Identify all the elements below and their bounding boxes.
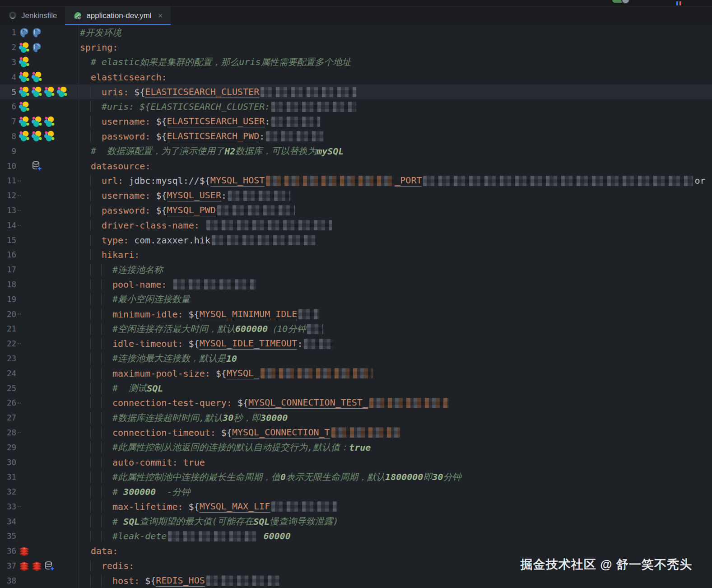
code-text[interactable]: idle-timeout: ${MYSQL_IDLE_TIMEOUT: — [79, 338, 712, 350]
code-line[interactable]: 14driver-class-name: — [0, 218, 712, 233]
code-line[interactable]: 4elasticsearch: — [0, 70, 712, 84]
code-text[interactable]: type: com.zaxxer.hik — [79, 235, 712, 246]
code-line[interactable]: 22idle-timeout: ${MYSQL_IDLE_TIMEOUT: — [0, 336, 712, 351]
elasticsearch-icon[interactable] — [31, 116, 42, 127]
code-text[interactable]: datasource: — [79, 161, 712, 172]
elasticsearch-icon[interactable] — [19, 42, 30, 53]
code-text[interactable]: # 数据源配置，为了演示使用了H2数据库，可以替换为mySQL — [79, 145, 712, 157]
postgresql-icon[interactable] — [19, 27, 30, 38]
postgresql-icon[interactable] — [31, 27, 42, 38]
settings-gear-icon[interactable] — [621, 0, 630, 4]
code-text[interactable]: elasticsearch: — [79, 72, 712, 83]
elasticsearch-icon[interactable] — [19, 116, 30, 127]
code-text[interactable]: connection-timeout: ${MYSQL_CONNECTION_T — [79, 427, 712, 439]
code-line[interactable]: 26connection-test-query: ${MYSQL_CONNECT… — [0, 396, 712, 411]
code-line[interactable]: 18pool-name: — [0, 277, 712, 292]
code-text[interactable]: hikari: — [79, 249, 712, 260]
code-line[interactable]: 30auto-commit: true — [0, 455, 712, 470]
database-add-icon[interactable] — [31, 160, 42, 172]
code-line[interactable]: 19#最小空闲连接数量 — [0, 292, 712, 307]
code-text[interactable]: username: ${MYSQL_USER: — [79, 190, 712, 201]
code-text[interactable]: auto-commit: true — [79, 457, 712, 468]
code-line[interactable]: 28connection-timeout: ${MYSQL_CONNECTION… — [0, 425, 712, 440]
code-text[interactable]: driver-class-name: — [79, 220, 712, 231]
elasticsearch-icon[interactable] — [19, 131, 30, 142]
elasticsearch-icon[interactable] — [44, 116, 55, 127]
code-line[interactable]: 16hikari: — [0, 247, 712, 262]
code-text[interactable]: #数据库连接超时时间,默认30秒，即30000 — [79, 412, 712, 424]
code-line[interactable]: 33max-lifetime: ${MYSQL_MAX_LIF — [0, 499, 712, 514]
code-text[interactable]: #leak-dete 60000 — [79, 531, 712, 541]
code-text[interactable]: #空闲连接存活最大时间，默认600000（10分钟 — [79, 323, 712, 335]
elasticsearch-icon[interactable] — [19, 101, 30, 112]
code-text[interactable]: #最小空闲连接数量 — [79, 293, 712, 305]
code-text[interactable]: # 300000 -分钟 — [79, 486, 712, 498]
code-line[interactable]: 31#此属性控制池中连接的最长生命周期，值0表示无限生命周期，默认1800000… — [0, 470, 712, 485]
elasticsearch-icon[interactable] — [19, 86, 30, 98]
redis-icon[interactable] — [31, 560, 42, 572]
code-line[interactable]: 17#连接池名称 — [0, 262, 712, 277]
postgresql-icon[interactable] — [31, 42, 42, 53]
code-text[interactable]: password: ${MYSQL_PWD — [79, 205, 712, 216]
code-line[interactable]: 27#数据库连接超时时间,默认30秒，即30000 — [0, 411, 712, 425]
close-tab-icon[interactable]: × — [158, 11, 163, 21]
code-line[interactable]: 8password: ${ELASTICSEARCH_PWD: — [0, 129, 712, 144]
toolbar-partial-icons[interactable] — [676, 0, 683, 6]
code-text[interactable]: max-lifetime: ${MYSQL_MAX_LIF — [79, 501, 712, 513]
code-text[interactable]: connection-test-query: ${MYSQL_CONNECTIO… — [79, 397, 712, 409]
code-line[interactable]: 13password: ${MYSQL_PWD — [0, 203, 712, 218]
elasticsearch-icon[interactable] — [31, 71, 42, 83]
code-line[interactable]: 29#此属性控制从池返回的连接的默认自动提交行为,默认值：true — [0, 440, 712, 455]
code-line[interactable]: 12username: ${MYSQL_USER: — [0, 188, 712, 203]
code-text[interactable]: url: jdbc:mysql://${MYSQL_HOST_PORTor — [79, 175, 712, 187]
elasticsearch-icon[interactable] — [56, 86, 68, 98]
code-text[interactable]: host: ${REDIS_HOS — [79, 575, 712, 587]
code-text[interactable]: uris: ${ELASTICSEARCH_CLUSTER — [79, 86, 712, 98]
elasticsearch-icon[interactable] — [44, 86, 55, 98]
code-text[interactable]: pool-name: — [79, 279, 712, 290]
code-text[interactable]: #uris: ${ELASTICSEARCH_CLUSTER: — [79, 101, 712, 112]
code-line[interactable]: 5uris: ${ELASTICSEARCH_CLUSTER — [0, 84, 712, 99]
code-text[interactable]: data: — [79, 546, 712, 556]
database-add-icon[interactable] — [44, 560, 55, 572]
code-text[interactable]: #连接池最大连接数，默认是10 — [79, 352, 712, 364]
code-line[interactable]: 15type: com.zaxxer.hik — [0, 233, 712, 247]
elasticsearch-icon[interactable] — [31, 131, 42, 142]
code-line[interactable]: 7username: ${ELASTICSEARCH_USER: — [0, 114, 712, 129]
code-text[interactable]: minimum-idle: ${MYSQL_MINIMUM_IDLE — [79, 308, 712, 320]
code-text[interactable]: # elastic如果是集群的配置，那么uris属性需要配置多个地址 — [79, 56, 712, 68]
code-text[interactable]: spring: — [79, 42, 712, 53]
elasticsearch-icon[interactable] — [19, 56, 30, 68]
elasticsearch-icon[interactable] — [19, 71, 30, 83]
code-line[interactable]: 9# 数据源配置，为了演示使用了H2数据库，可以替换为mySQL — [0, 144, 712, 159]
elasticsearch-icon[interactable] — [44, 131, 55, 142]
code-line[interactable]: 25# 测试SQL — [0, 381, 712, 396]
tab-application-dev-yml[interactable]: application-dev.yml × — [65, 6, 171, 25]
code-text[interactable]: # 测试SQL — [79, 382, 712, 394]
code-text[interactable]: #连接池名称 — [79, 264, 712, 276]
code-text[interactable]: password: ${ELASTICSEARCH_PWD: — [79, 131, 712, 142]
code-text[interactable]: #开发环境 — [79, 27, 712, 39]
elasticsearch-icon[interactable] — [31, 86, 42, 98]
tab-jenkinsfile[interactable]: Jenkinsfile — [0, 6, 65, 25]
code-line[interactable]: 1#开发环境 — [0, 25, 712, 40]
code-line[interactable]: 38host: ${REDIS_HOS — [0, 573, 712, 588]
code-text[interactable]: maximum-pool-size: ${MYSQL_ — [79, 368, 712, 379]
code-line[interactable]: 32# 300000 -分钟 — [0, 485, 712, 499]
code-line[interactable]: 3# elastic如果是集群的配置，那么uris属性需要配置多个地址 — [0, 55, 712, 70]
redis-icon[interactable] — [19, 560, 30, 572]
code-text[interactable]: #此属性控制从池返回的连接的默认自动提交行为,默认值：true — [79, 441, 712, 453]
code-line[interactable]: 23#连接池最大连接数，默认是10 — [0, 351, 712, 366]
code-line[interactable]: 2spring: — [0, 40, 712, 55]
code-line[interactable]: 10datasource: — [0, 159, 712, 173]
code-line[interactable]: 11url: jdbc:mysql://${MYSQL_HOST_PORTor — [0, 173, 712, 188]
code-line[interactable]: 20minimum-idle: ${MYSQL_MINIMUM_IDLE — [0, 307, 712, 322]
code-line[interactable]: 34# SQL查询期望的最大值(可能存在SQL慢查询导致泄露) — [0, 514, 712, 529]
editor[interactable]: 1#开发环境2spring:3# elastic如果是集群的配置，那么uris属… — [0, 25, 712, 588]
code-text[interactable]: username: ${ELASTICSEARCH_USER: — [79, 116, 712, 127]
redis-icon[interactable] — [19, 546, 30, 557]
code-text[interactable]: #此属性控制池中连接的最长生命周期，值0表示无限生命周期，默认1800000即3… — [79, 471, 712, 483]
code-line[interactable]: 21#空闲连接存活最大时间，默认600000（10分钟 — [0, 322, 712, 336]
code-line[interactable]: 6#uris: ${ELASTICSEARCH_CLUSTER: — [0, 99, 712, 114]
code-line[interactable]: 24maximum-pool-size: ${MYSQL_ — [0, 366, 712, 381]
